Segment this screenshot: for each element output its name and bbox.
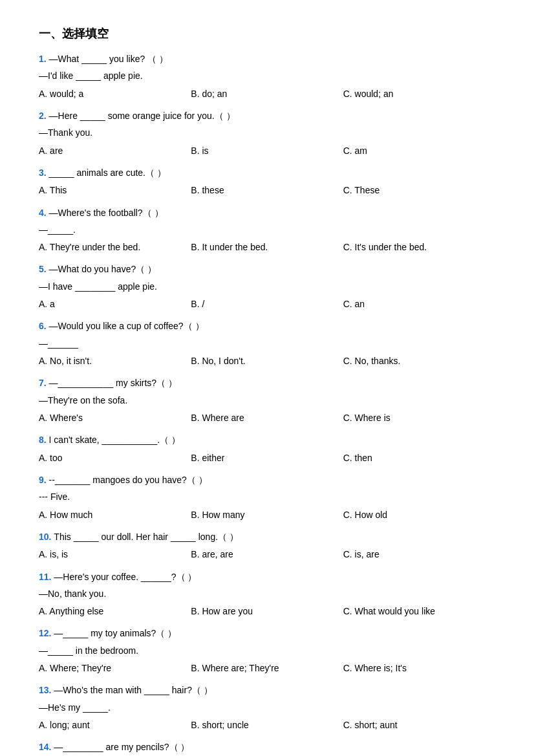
question-line: 12. —_____ my toy animals?（ ）	[39, 626, 495, 640]
option: A. are	[39, 143, 191, 159]
option: B. How are you	[191, 603, 343, 620]
option: C. would; an	[343, 86, 495, 102]
option: B. are, are	[191, 546, 343, 563]
option: B. Where are; They're	[191, 660, 343, 676]
options-row: A. is, isB. are, areC. is, are	[39, 546, 495, 563]
option: C. These	[343, 182, 495, 199]
question-line: 2. —Here _____ some orange juice for you…	[39, 109, 495, 123]
question-line: 11. —Here's your coffee. ______?（ ）	[39, 570, 495, 584]
option: A. This	[39, 182, 191, 199]
question-number: 6.	[39, 321, 49, 331]
question-line: 3. _____ animals are cute.（ ）	[39, 166, 495, 180]
question-number: 9.	[39, 475, 49, 485]
question-block: 6. —Would you like a cup of coffee?（ ）—_…	[39, 319, 495, 369]
option: A. Anything else	[39, 603, 191, 620]
options-row: A. areB. isC. am	[39, 143, 495, 159]
question-number: 14.	[39, 742, 54, 752]
question-number: 13.	[39, 685, 54, 695]
option: C. Where is; It's	[343, 660, 495, 676]
question-number: 7.	[39, 378, 49, 388]
question-block: 8. I can't skate, ___________.（ ）A. tooB…	[39, 433, 495, 466]
question-number: 11.	[39, 572, 54, 582]
question-line: --- Five.	[39, 490, 495, 504]
option: B. Where are	[191, 410, 343, 426]
question-block: 13. —Who's the man with _____ hair?（ ）—H…	[39, 683, 495, 733]
question-line: 5. —What do you have?（ ）	[39, 262, 495, 276]
option: A. No, it isn't.	[39, 353, 191, 369]
question-line: 13. —Who's the man with _____ hair?（ ）	[39, 683, 495, 697]
question-block: 3. _____ animals are cute.（ ）A. ThisB. t…	[39, 166, 495, 199]
option: C. is, are	[343, 546, 495, 563]
option: C. What would you like	[343, 603, 495, 620]
options-row: A. Where; They'reB. Where are; They'reC.…	[39, 660, 495, 676]
question-block: 10. This _____ our doll. Her hair _____ …	[39, 530, 495, 563]
options-row: A. long; auntB. short; uncleC. short; au…	[39, 717, 495, 733]
question-line: —_____ in the bedroom.	[39, 643, 495, 658]
question-line: 1. —What _____ you like? （ ）	[39, 52, 495, 66]
options-row: A. Where'sB. Where areC. Where is	[39, 410, 495, 426]
option: B. is	[191, 143, 343, 159]
option: C. Where is	[343, 410, 495, 426]
question-number: 4.	[39, 208, 49, 218]
option: B. No, I don't.	[191, 353, 343, 369]
option: B. It under the bed.	[191, 239, 343, 255]
question-line: 6. —Would you like a cup of coffee?（ ）	[39, 319, 495, 333]
question-block: 11. —Here's your coffee. ______?（ ）—No, …	[39, 570, 495, 620]
option: A. Where's	[39, 410, 191, 426]
question-block: 4. —Where's the football?（ ）—_____.A. Th…	[39, 206, 495, 256]
section-title: 一、选择填空	[39, 26, 495, 41]
question-line: 4. —Where's the football?（ ）	[39, 206, 495, 220]
option: B. /	[191, 296, 343, 312]
options-row: A. How muchB. How manyC. How old	[39, 507, 495, 523]
question-line: —_____.	[39, 222, 495, 237]
options-row: A. No, it isn't.B. No, I don't.C. No, th…	[39, 353, 495, 369]
option: C. How old	[343, 507, 495, 523]
question-line: —Thank you.	[39, 125, 495, 140]
question-block: 9. --_______ mangoes do you have?（ ）--- …	[39, 473, 495, 523]
question-number: 10.	[39, 532, 54, 542]
option: C. an	[343, 296, 495, 312]
option: B. these	[191, 182, 343, 199]
options-row: A. Anything elseB. How are youC. What wo…	[39, 603, 495, 620]
options-row: A. tooB. eitherC. then	[39, 450, 495, 466]
option: A. too	[39, 450, 191, 466]
question-number: 5.	[39, 264, 49, 274]
option: B. short; uncle	[191, 717, 343, 733]
question-number: 1.	[39, 54, 49, 64]
option: A. is, is	[39, 546, 191, 563]
options-row: A. aB. /C. an	[39, 296, 495, 312]
question-number: 2.	[39, 111, 49, 121]
question-line: —He's my _____.	[39, 700, 495, 715]
option: A. long; aunt	[39, 717, 191, 733]
option: C. then	[343, 450, 495, 466]
option: A. would; a	[39, 86, 191, 102]
option: C. am	[343, 143, 495, 159]
question-line: 9. --_______ mangoes do you have?（ ）	[39, 473, 495, 487]
question-line: 10. This _____ our doll. Her hair _____ …	[39, 530, 495, 544]
question-number: 12.	[39, 628, 54, 638]
question-line: —I'd like _____ apple pie.	[39, 69, 495, 83]
question-line: 7. —___________ my skirts?（ ）	[39, 376, 495, 390]
options-row: A. ThisB. theseC. These	[39, 182, 495, 199]
option: A. How much	[39, 507, 191, 523]
option: C. short; aunt	[343, 717, 495, 733]
question-number: 3.	[39, 167, 49, 178]
option: A. Where; They're	[39, 660, 191, 676]
option: C. It's under the bed.	[343, 239, 495, 255]
question-line: 8. I can't skate, ___________.（ ）	[39, 433, 495, 447]
options-row: A. would; aB. do; anC. would; an	[39, 86, 495, 102]
option: A. They're under the bed.	[39, 239, 191, 255]
option: B. either	[191, 450, 343, 466]
question-block: 12. —_____ my toy animals?（ ）—_____ in t…	[39, 626, 495, 676]
question-block: 14. —________ are my pencils?（ ）—They're…	[39, 740, 495, 756]
option: C. No, thanks.	[343, 353, 495, 369]
option: A. a	[39, 296, 191, 312]
question-block: 5. —What do you have?（ ）—I have ________…	[39, 262, 495, 312]
question-number: 8.	[39, 435, 49, 445]
question-block: 7. —___________ my skirts?（ ）—They're on…	[39, 376, 495, 426]
question-block: 1. —What _____ you like? （ ）—I'd like __…	[39, 52, 495, 102]
question-line: 14. —________ are my pencils?（ ）	[39, 740, 495, 754]
option: B. do; an	[191, 86, 343, 102]
options-row: A. They're under the bed.B. It under the…	[39, 239, 495, 255]
question-line: —I have ________ apple pie.	[39, 279, 495, 294]
